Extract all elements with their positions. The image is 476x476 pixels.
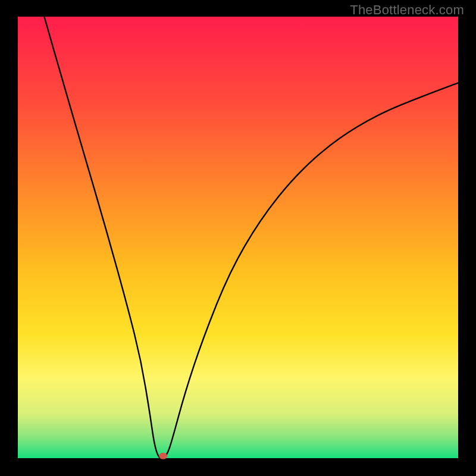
plot-background (18, 17, 458, 458)
chart-frame: TheBottleneck.com (0, 0, 476, 476)
minimum-marker (159, 453, 167, 459)
chart-svg (0, 0, 476, 476)
